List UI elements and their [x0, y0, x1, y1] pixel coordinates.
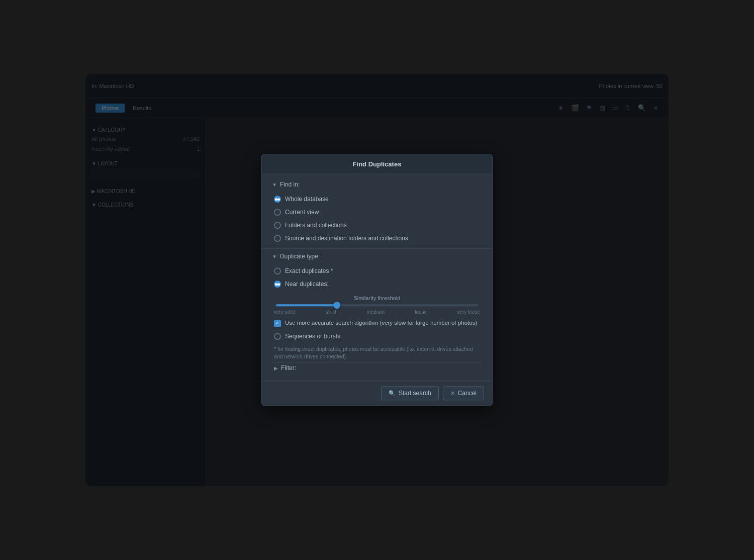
radio-whole-database-indicator [274, 196, 281, 203]
cancel-label: Cancel [458, 390, 477, 397]
cancel-button-icon: ✕ [450, 390, 455, 397]
duplicate-type-section-header[interactable]: ▼ Duplicate type: [272, 253, 482, 260]
find-duplicates-dialog: Find Duplicates ▼ Find in: Whole databas… [261, 154, 493, 406]
radio-exact-duplicates[interactable]: Exact duplicates * [272, 265, 482, 277]
duplicate-type-arrow: ▼ [272, 254, 277, 259]
search-button-icon: 🔍 [389, 390, 396, 397]
find-in-section-header[interactable]: ▼ Find in: [272, 181, 482, 188]
radio-folders-collections-label: Folders and collections [285, 222, 347, 229]
slider-label-loose: loose [415, 309, 427, 315]
find-in-arrow: ▼ [272, 182, 277, 188]
radio-folders-collections-indicator [274, 222, 281, 229]
slider-track-wrapper [276, 304, 478, 306]
radio-current-view[interactable]: Current view [272, 206, 482, 218]
radio-whole-database[interactable]: Whole database [272, 193, 482, 205]
dialog-footer: 🔍 Start search ✕ Cancel [262, 381, 492, 406]
radio-source-destination-indicator [274, 235, 281, 242]
section-divider-1 [262, 248, 492, 249]
dialog-title: Find Duplicates [353, 160, 402, 168]
slider-label-strict: strict [326, 309, 336, 315]
duplicate-type-radio-group: Exact duplicates * Near duplicates: [272, 265, 482, 290]
checkbox-accurate-label: Use more accurate search algorithm (very… [285, 319, 477, 327]
radio-whole-database-label: Whole database [285, 196, 329, 203]
radio-near-duplicates-label: Near duplicates: [285, 281, 329, 288]
radio-exact-duplicates-label: Exact duplicates * [285, 267, 333, 274]
start-search-label: Start search [399, 390, 431, 397]
checkbox-accurate-box: ✓ [274, 320, 281, 327]
slider-label-very-strict: very strict [274, 309, 296, 315]
slider-thumb[interactable] [333, 302, 340, 309]
slider-fill [276, 304, 337, 306]
app-window: In: Macintosh HD Photos in current view:… [85, 74, 669, 486]
dialog-title-bar: Find Duplicates [262, 154, 492, 174]
radio-current-view-label: Current view [285, 209, 319, 216]
start-search-button[interactable]: 🔍 Start search [381, 387, 439, 401]
slider-track [276, 304, 478, 306]
checkbox-accurate-checkmark: ✓ [275, 321, 279, 326]
radio-folders-collections[interactable]: Folders and collections [272, 219, 482, 231]
similarity-threshold-label: Similarity threshold [274, 295, 480, 301]
radio-source-destination[interactable]: Source and destination folders and colle… [272, 232, 482, 244]
find-in-label: Find in: [280, 181, 300, 188]
radio-exact-duplicates-indicator [274, 267, 281, 274]
dialog-body: ▼ Find in: Whole database Current view F… [262, 174, 492, 381]
slider-label-medium: medium [366, 309, 385, 315]
duplicate-type-label: Duplicate type: [280, 253, 320, 260]
radio-sequences-label: Sequences or bursts: [285, 333, 342, 340]
note-text: * for finding exact duplicates, photos m… [272, 342, 482, 362]
radio-near-duplicates-indicator [274, 281, 281, 288]
radio-sequences-bursts[interactable]: Sequences or bursts: [272, 330, 482, 342]
radio-source-destination-label: Source and destination folders and colle… [285, 235, 408, 242]
filter-section-header[interactable]: ▶ Filter: [272, 362, 482, 374]
cancel-button[interactable]: ✕ Cancel [443, 387, 484, 401]
find-in-radio-group: Whole database Current view Folders and … [272, 193, 482, 244]
filter-arrow: ▶ [274, 365, 278, 371]
filter-label: Filter: [281, 365, 296, 372]
similarity-threshold-container: Similarity threshold very strict strict … [272, 295, 482, 315]
slider-label-very-loose: very loose [457, 309, 480, 315]
radio-sequences-indicator [274, 333, 281, 340]
radio-current-view-indicator [274, 209, 281, 216]
checkbox-accurate-search[interactable]: ✓ Use more accurate search algorithm (ve… [272, 317, 482, 329]
radio-near-duplicates[interactable]: Near duplicates: [272, 278, 482, 290]
slider-labels: very strict strict medium loose very loo… [274, 309, 480, 315]
